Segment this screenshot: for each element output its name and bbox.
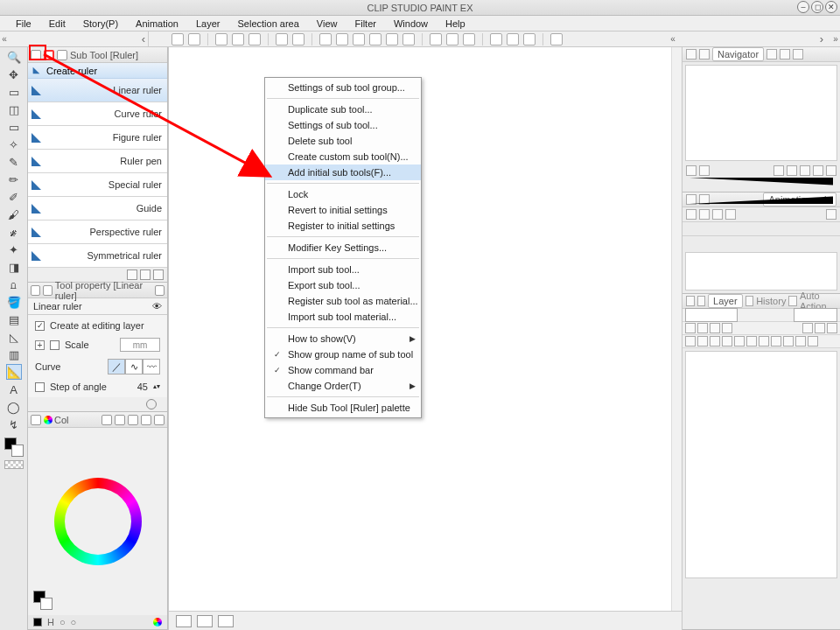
subtool-group-tab[interactable]: Create ruler <box>28 63 167 79</box>
lt-icon[interactable] <box>710 336 720 346</box>
ctx-item[interactable]: Modifier Key Settings... <box>265 240 421 256</box>
lt-icon[interactable] <box>734 336 745 346</box>
tb-ruler3-icon[interactable] <box>463 33 475 46</box>
lt-icon[interactable] <box>697 323 708 333</box>
eye-icon[interactable]: 👁 <box>152 301 162 312</box>
tool-figure-icon[interactable]: ◺ <box>6 329 22 345</box>
tool-airbrush-icon[interactable]: ⸙ <box>6 224 22 240</box>
nav-tab2-icon[interactable] <box>766 49 777 60</box>
tool-text-icon[interactable]: A <box>6 382 22 397</box>
step-stepper[interactable]: ▴▾ <box>153 384 160 389</box>
tb-tone-icon[interactable] <box>386 33 398 46</box>
tb-ruler1-icon[interactable] <box>430 33 442 46</box>
sb-icon[interactable] <box>218 615 234 627</box>
ctx-item[interactable]: Register sub tool as material... <box>265 293 421 309</box>
tool-operation-icon[interactable]: ▭ <box>6 84 22 100</box>
color-tab-label[interactable]: Col <box>54 415 69 425</box>
menu-layer[interactable]: Layer <box>187 17 229 31</box>
sb-icon[interactable] <box>176 615 192 627</box>
navigator-preview[interactable] <box>685 65 837 161</box>
menu-help[interactable]: Help <box>437 17 474 31</box>
lt-icon[interactable] <box>783 336 794 346</box>
blend-mode-dropdown[interactable] <box>685 308 738 322</box>
tb-snap3-icon[interactable] <box>523 33 536 46</box>
zoom-in-icon[interactable] <box>699 165 710 176</box>
panel-prev-icon[interactable] <box>139 32 148 46</box>
tb-snap1-icon[interactable] <box>490 33 502 46</box>
tb-scale-icon[interactable] <box>369 33 382 46</box>
ctx-item[interactable]: Register to initial settings <box>265 218 421 234</box>
tool-balloon-icon[interactable]: ◯ <box>6 399 22 415</box>
tb-new-icon[interactable] <box>215 33 228 46</box>
menu-window[interactable]: Window <box>385 17 437 31</box>
tb-clipstudio-icon[interactable] <box>172 33 184 46</box>
tb-undo-icon[interactable] <box>276 33 288 46</box>
step-checkbox[interactable] <box>35 382 45 392</box>
navigator-tab[interactable]: Navigator <box>712 47 764 61</box>
tb-fill-icon[interactable] <box>353 33 365 46</box>
tool-pen-icon[interactable]: ✏ <box>6 172 22 187</box>
create-at-editing-checkbox[interactable]: ✓ <box>35 321 45 331</box>
subtool-item[interactable]: Special ruler <box>28 173 167 197</box>
ctx-item[interactable]: Show group name of sub tool✓ <box>265 346 421 362</box>
opacity-field[interactable] <box>794 308 837 322</box>
curve-line-icon[interactable]: ／ <box>108 359 125 374</box>
lt-icon[interactable] <box>802 323 813 333</box>
subtool-item[interactable]: Perspective ruler <box>28 220 167 244</box>
fit-icon[interactable] <box>774 165 784 176</box>
tool-correct-icon[interactable]: ↯ <box>6 416 22 432</box>
ctx-item[interactable]: Revert to initial settings <box>265 202 421 218</box>
tool-property-gear-icon[interactable] <box>146 399 157 410</box>
sb-icon[interactable] <box>197 615 213 627</box>
ctx-item[interactable]: Lock <box>265 186 421 202</box>
color-tab3-icon[interactable] <box>115 415 125 425</box>
subtool-copy-icon[interactable] <box>127 270 137 280</box>
subtool-item[interactable]: Ruler pen <box>28 150 167 173</box>
layer-list[interactable] <box>685 351 837 578</box>
tl-icon[interactable] <box>699 209 710 220</box>
tl-icon[interactable] <box>826 209 836 220</box>
nav-tab3-icon[interactable] <box>780 49 790 60</box>
tool-eyedropper-icon[interactable]: ✎ <box>6 154 22 170</box>
palette-menu-icon[interactable] <box>31 50 41 60</box>
tool-eraser-icon[interactable]: ◨ <box>6 259 22 275</box>
rotate-l-icon[interactable] <box>800 165 810 176</box>
menu-animation[interactable]: Animation <box>127 17 187 31</box>
tb-redo-icon[interactable] <box>292 33 304 46</box>
ctx-item[interactable]: Duplicate sub tool... <box>265 102 421 117</box>
palette-menu-icon[interactable] <box>686 194 696 205</box>
lt-icon[interactable] <box>685 336 696 346</box>
expand-scale-icon[interactable]: + <box>35 340 45 350</box>
transparent-swatch[interactable] <box>4 460 24 469</box>
palette-menu-icon[interactable] <box>686 296 695 306</box>
color-swatches-small[interactable] <box>33 591 52 610</box>
tool-deco-icon[interactable]: ✦ <box>6 242 22 257</box>
subtool-delete-icon[interactable] <box>153 270 164 280</box>
curve-spline-icon[interactable]: ∿ <box>125 359 143 374</box>
canvas-area[interactable] <box>168 47 682 630</box>
ctx-item[interactable]: Show command bar✓ <box>265 362 421 378</box>
zoom-out-icon[interactable] <box>686 165 696 176</box>
subtool-item[interactable]: Linear ruler <box>28 79 167 102</box>
tb-clearout-icon[interactable] <box>336 33 348 46</box>
tool-ruler-icon[interactable]: 📐 <box>6 364 22 380</box>
subtool-item[interactable]: Symmetrical ruler <box>28 244 167 268</box>
rotate-r-icon[interactable] <box>813 165 823 176</box>
tool-magnifier-icon[interactable]: 🔍 <box>6 49 22 65</box>
ctx-item[interactable]: Settings of sub tool... <box>265 117 421 133</box>
palette-view-icon[interactable] <box>57 50 67 60</box>
palette-menu-icon[interactable] <box>31 285 40 296</box>
menu-filter[interactable]: Filter <box>346 17 384 31</box>
menu-edit[interactable]: Edit <box>40 17 74 31</box>
ctx-item[interactable]: Change Order(T)▶ <box>265 378 421 394</box>
subtool-new-icon[interactable] <box>140 270 150 280</box>
layer-tab[interactable]: Layer <box>708 294 743 308</box>
tb-ruler2-icon[interactable] <box>446 33 458 46</box>
ctx-item[interactable]: Delete sub tool <box>265 133 421 149</box>
color-tab4-icon[interactable] <box>128 415 138 425</box>
tool-fill-icon[interactable]: 🪣 <box>6 294 22 310</box>
tb-save-icon[interactable] <box>248 33 261 46</box>
tool-brush-icon[interactable]: 🖌 <box>6 206 22 222</box>
tool-wand-icon[interactable]: ✧ <box>6 136 22 152</box>
tool-frame-icon[interactable]: ▥ <box>6 346 22 362</box>
